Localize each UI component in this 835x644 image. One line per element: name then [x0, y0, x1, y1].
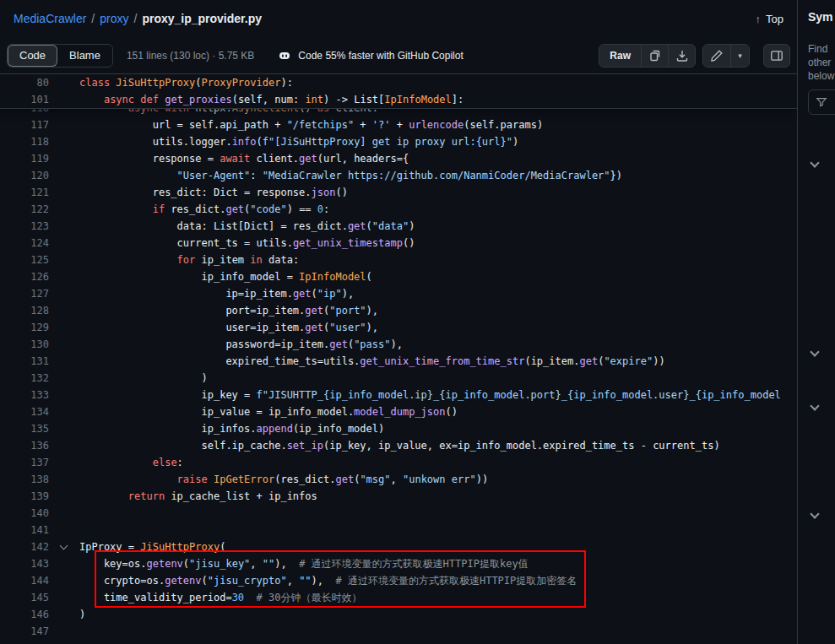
line-number[interactable]: 140 [0, 505, 49, 522]
fold-spacer [49, 471, 79, 488]
code-line: 134 ip_value = ip_info_model.model_dump_… [0, 403, 797, 420]
line-number[interactable]: 136 [0, 437, 49, 454]
symbols-desc-line: below [808, 69, 834, 83]
code-line: 146) [0, 606, 797, 623]
line-number[interactable]: 143 [0, 555, 49, 572]
line-number[interactable]: 125 [0, 252, 49, 268]
line-number[interactable]: 144 [0, 572, 49, 589]
code-line: 80class JiSuHttpProxy(ProxyProvider): [0, 74, 797, 91]
copilot-banner[interactable]: Code 55% faster with GitHub Copilot [278, 49, 463, 62]
code-text: res_dict: Dict = response.json() [79, 184, 348, 201]
fold-spacer [49, 319, 79, 336]
code-text: for ip_item in data: [79, 252, 299, 268]
line-number[interactable]: 142 [0, 538, 49, 555]
code-text: key=os.getenv("jisu_key", ""), # 通过环境变量的… [79, 555, 529, 572]
line-number[interactable]: 117 [0, 116, 49, 133]
code-text: password=ip_item.get("pass"), [79, 336, 403, 353]
symbol-section-chevron-icon[interactable] [810, 401, 819, 410]
line-number[interactable]: 118 [0, 133, 49, 150]
line-number[interactable]: 139 [0, 488, 49, 505]
code-text: ) [79, 606, 85, 623]
line-number[interactable]: 122 [0, 201, 49, 218]
code-text: crypto=os.getenv("jisu_crypto", ""), # 通… [79, 572, 577, 589]
code-line: 133 ip_key = f"JISUHTTP_{ip_info_model.i… [0, 387, 797, 403]
chevron-down-icon: ▾ [738, 51, 742, 60]
line-number[interactable]: 135 [0, 420, 49, 437]
back-to-top-link[interactable]: ↑ Top [756, 13, 783, 25]
breadcrumb-repo-link[interactable]: MediaCrawler [14, 12, 86, 25]
line-number[interactable]: 127 [0, 285, 49, 302]
code-text: time_validity_period=30 # 30分钟（最长时效） [79, 589, 361, 606]
code-text: utils.logger.info(f"[JiSuHttpProxy] get … [79, 133, 518, 150]
tab-blame[interactable]: Blame [57, 45, 112, 67]
line-number[interactable]: 126 [0, 268, 49, 285]
symbols-panel-toggle-button[interactable] [763, 44, 790, 68]
symbols-desc-line: other [808, 56, 834, 69]
line-number[interactable]: 124 [0, 235, 49, 252]
copy-button[interactable] [641, 45, 668, 67]
code-text: else: [79, 454, 183, 471]
code-line: 141 [0, 522, 797, 538]
code-line: 144 crypto=os.getenv("jisu_crypto", ""),… [0, 572, 797, 589]
line-number[interactable]: 141 [0, 522, 49, 538]
code-line: 121 res_dict: Dict = response.json() [0, 184, 797, 201]
fold-spacer [49, 589, 79, 606]
breadcrumb-folder-link[interactable]: proxy [100, 12, 128, 25]
code-text: self.ip_cache.set_ip(ip_key, ip_value, e… [79, 437, 720, 454]
code-text: ip_infos.append(ip_info_model) [79, 420, 384, 437]
line-number[interactable]: 128 [0, 302, 49, 319]
code-line: 130 password=ip_item.get("pass"), [0, 336, 797, 353]
toolbar-left: Code Blame 151 lines (130 loc) · 5.75 KB… [7, 44, 464, 68]
code-view-page: MediaCrawler / proxy / proxy_ip_provider… [0, 0, 835, 644]
fold-spacer [49, 133, 79, 150]
filter-symbols-input[interactable] [808, 89, 835, 115]
code-blame-switcher: Code Blame [7, 44, 113, 68]
symbols-panel-title: Sym [808, 10, 833, 24]
code-line: 127 ip=ip_item.get("ip"), [0, 285, 797, 302]
line-number[interactable]: 120 [0, 167, 49, 184]
line-number[interactable]: 129 [0, 319, 49, 336]
edit-file-button[interactable] [703, 45, 730, 67]
line-number[interactable]: 101 [0, 91, 49, 108]
line-number[interactable]: 147 [0, 623, 49, 640]
line-number[interactable]: 137 [0, 454, 49, 471]
code-text: "User-Agent": "MediaCrawler https://gith… [79, 167, 622, 184]
line-number[interactable]: 80 [0, 74, 49, 91]
toolbar-right: Raw [599, 44, 790, 68]
raw-button[interactable]: Raw [599, 45, 641, 67]
line-number[interactable]: 138 [0, 471, 49, 488]
download-button[interactable] [668, 45, 695, 67]
code-line: 136 self.ip_cache.set_ip(ip_key, ip_valu… [0, 437, 797, 454]
breadcrumb-separator: / [133, 12, 137, 25]
symbol-section-chevron-icon[interactable] [810, 509, 819, 518]
line-number[interactable]: 130 [0, 336, 49, 353]
code-line: 128 port=ip_item.get("port"), [0, 302, 797, 319]
line-number[interactable]: 134 [0, 403, 49, 420]
back-to-top-label: Top [766, 13, 783, 25]
line-number[interactable]: 132 [0, 370, 49, 387]
line-number[interactable]: 145 [0, 589, 49, 606]
symbols-desc-line: Find [808, 42, 834, 56]
file-header: MediaCrawler / proxy / proxy_ip_provider… [0, 0, 797, 37]
download-icon [675, 49, 689, 62]
code-text: ip=ip_item.get("ip"), [79, 285, 354, 302]
edit-group: ▾ [702, 44, 750, 68]
code-line: 145 time_validity_period=30 # 30分钟（最长时效） [0, 589, 797, 606]
symbol-section-chevron-icon[interactable] [810, 347, 819, 356]
line-number[interactable]: 123 [0, 218, 49, 235]
line-number[interactable]: 119 [0, 150, 49, 167]
tab-code[interactable]: Code [8, 45, 57, 67]
line-number[interactable]: 121 [0, 184, 49, 201]
fold-spacer [49, 302, 79, 319]
line-number[interactable]: 146 [0, 606, 49, 623]
fold-chevron-icon[interactable] [49, 538, 79, 555]
symbol-section-chevron-icon[interactable] [810, 158, 819, 167]
fold-spacer [49, 116, 79, 133]
fold-spacer [49, 336, 79, 353]
code-line: 139 return ip_cache_list + ip_infos [0, 488, 797, 505]
line-number[interactable]: 131 [0, 353, 49, 370]
edit-options-dropdown[interactable]: ▾ [730, 45, 749, 67]
line-number[interactable]: 133 [0, 387, 49, 403]
code-text: user=ip_item.get("user"), [79, 319, 378, 336]
symbols-panel: Sym Find other below [797, 0, 835, 644]
